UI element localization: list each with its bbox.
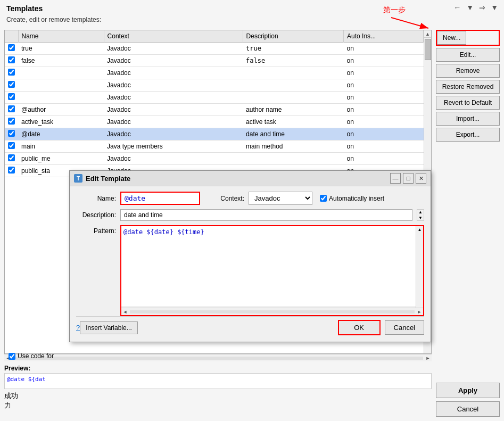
table-row[interactable]: public_me Javadoc on bbox=[5, 153, 424, 165]
description-input[interactable] bbox=[120, 209, 412, 221]
row-checkbox[interactable] bbox=[8, 105, 15, 112]
row-context: Java type members bbox=[104, 141, 243, 153]
pattern-vscrollbar[interactable]: ▲ bbox=[416, 226, 423, 308]
row-check-cell[interactable] bbox=[5, 43, 18, 55]
scroll-up-arrow[interactable]: ▲ bbox=[424, 30, 432, 38]
row-autoinsert: on bbox=[344, 116, 424, 128]
row-check-cell[interactable] bbox=[5, 104, 18, 116]
forward-button[interactable]: ⇒ bbox=[477, 2, 487, 13]
table-row[interactable]: true Javadoc true on bbox=[5, 43, 424, 55]
restore-removed-button[interactable]: Restore Removed bbox=[436, 80, 500, 94]
table-row[interactable]: Javadoc on bbox=[5, 79, 424, 92]
auto-insert-row: Automatically insert bbox=[320, 195, 384, 202]
use-code-label: Use code for bbox=[18, 352, 54, 360]
pattern-hscroll-right[interactable]: ► bbox=[416, 308, 423, 316]
row-check-cell[interactable] bbox=[5, 67, 18, 79]
row-checkbox[interactable] bbox=[8, 142, 15, 149]
hscroll-right-arrow[interactable]: ► bbox=[424, 354, 432, 362]
edit-button[interactable]: Edit... bbox=[436, 48, 500, 62]
table-row[interactable]: active_task Javadoc active task on bbox=[5, 116, 424, 128]
table-row[interactable]: Javadoc on bbox=[5, 67, 424, 79]
row-check-cell[interactable] bbox=[5, 141, 18, 153]
row-check-cell[interactable] bbox=[5, 165, 18, 177]
new-button[interactable]: New... bbox=[437, 31, 466, 45]
name-input[interactable] bbox=[120, 192, 200, 205]
pattern-hscroll-left[interactable]: ◄ bbox=[121, 308, 129, 316]
col-context[interactable]: Context bbox=[104, 30, 243, 43]
row-description bbox=[243, 67, 343, 79]
desc-scroll-down[interactable]: ▼ bbox=[417, 216, 424, 220]
dialog-controls: — □ ✕ bbox=[390, 173, 426, 184]
desc-scrollbar[interactable]: ▲ ▼ bbox=[417, 209, 424, 221]
row-autoinsert: on bbox=[344, 55, 424, 67]
row-name bbox=[18, 79, 104, 92]
preview-code: @date ${dat bbox=[4, 373, 432, 389]
auto-insert-checkbox[interactable] bbox=[320, 195, 327, 202]
import-button[interactable]: Import... bbox=[436, 112, 500, 126]
col-name[interactable]: Name bbox=[18, 30, 104, 43]
table-row[interactable]: @date Javadoc date and time on bbox=[5, 128, 424, 141]
context-select[interactable]: Javadoc Java Java type members HTML bbox=[249, 192, 312, 205]
scroll-thumb[interactable] bbox=[425, 39, 431, 60]
row-checkbox[interactable] bbox=[8, 56, 15, 63]
row-check-cell[interactable] bbox=[5, 128, 18, 141]
row-context: Javadoc bbox=[104, 55, 243, 67]
use-code-checkbox-row[interactable]: Use code for bbox=[9, 352, 54, 360]
table-row[interactable]: @author Javadoc author name on bbox=[5, 104, 424, 116]
row-check-cell[interactable] bbox=[5, 153, 18, 165]
row-autoinsert: on bbox=[344, 79, 424, 92]
dialog-close-button[interactable]: ✕ bbox=[416, 173, 426, 184]
table-row[interactable]: false Javadoc false on bbox=[5, 55, 424, 67]
templates-panel: Templates Create, edit or remove templat… bbox=[0, 0, 504, 421]
desc-scroll-up[interactable]: ▲ bbox=[417, 210, 424, 214]
table-row[interactable]: main Java type members main method on bbox=[5, 141, 424, 153]
row-context: Javadoc bbox=[104, 116, 243, 128]
table-row[interactable]: Javadoc on bbox=[5, 92, 424, 104]
col-autoins[interactable]: Auto Ins... bbox=[344, 30, 424, 43]
panel-title: Templates bbox=[0, 0, 504, 15]
dialog-ok-button[interactable]: OK bbox=[338, 320, 381, 335]
side-buttons: New... Edit... Remove Restore Removed Re… bbox=[436, 30, 500, 389]
row-check-cell[interactable] bbox=[5, 92, 18, 104]
row-check-cell[interactable] bbox=[5, 79, 18, 92]
dropdown-button[interactable]: ▼ bbox=[465, 2, 475, 13]
row-checkbox[interactable] bbox=[8, 69, 15, 76]
pattern-scroll-up[interactable]: ▲ bbox=[418, 226, 422, 233]
context-label: Context: bbox=[204, 195, 244, 202]
help-button[interactable]: ? bbox=[76, 324, 80, 332]
row-checkbox[interactable] bbox=[8, 93, 15, 100]
dialog-cancel-button[interactable]: Cancel bbox=[385, 320, 424, 335]
row-checkbox[interactable] bbox=[8, 44, 15, 51]
row-name: main bbox=[18, 141, 104, 153]
row-check-cell[interactable] bbox=[5, 55, 18, 67]
row-checkbox[interactable] bbox=[8, 167, 15, 174]
dialog-maximize-button[interactable]: □ bbox=[403, 173, 414, 184]
dialog-minimize-button[interactable]: — bbox=[390, 173, 401, 184]
row-autoinsert: on bbox=[344, 153, 424, 165]
back-button[interactable]: ← bbox=[452, 2, 462, 13]
table-hscrollbar[interactable]: ◄ ► bbox=[4, 354, 432, 361]
preview-label: Preview: bbox=[4, 365, 432, 372]
dialog-title: Edit Template bbox=[86, 175, 130, 183]
row-checkbox[interactable] bbox=[8, 81, 15, 88]
cancel-button[interactable]: Cancel bbox=[436, 401, 500, 417]
remove-button[interactable]: Remove bbox=[436, 64, 500, 78]
pattern-row: Pattern: @date ${date} ${time} ▲ ◄ ► bbox=[76, 225, 424, 316]
row-description: main method bbox=[243, 141, 343, 153]
insert-variable-button[interactable]: Insert Variable... bbox=[80, 321, 137, 334]
row-checkbox[interactable] bbox=[8, 130, 15, 137]
revert-to-default-button[interactable]: Revert to Default bbox=[436, 96, 500, 110]
pattern-textarea[interactable]: @date ${date} ${time} bbox=[121, 226, 423, 306]
use-code-checkbox[interactable] bbox=[9, 353, 15, 360]
pattern-label: Pattern: bbox=[76, 225, 116, 235]
row-checkbox[interactable] bbox=[8, 118, 15, 125]
apply-button[interactable]: Apply bbox=[436, 383, 500, 398]
col-description[interactable]: Description bbox=[243, 30, 343, 43]
export-button[interactable]: Export... bbox=[436, 128, 500, 142]
row-check-cell[interactable] bbox=[5, 116, 18, 128]
more-button[interactable]: ▼ bbox=[489, 2, 500, 13]
row-context: Javadoc bbox=[104, 104, 243, 116]
row-name bbox=[18, 67, 104, 79]
pattern-hscrollbar[interactable]: ◄ ► bbox=[121, 308, 423, 315]
row-checkbox[interactable] bbox=[8, 154, 15, 161]
